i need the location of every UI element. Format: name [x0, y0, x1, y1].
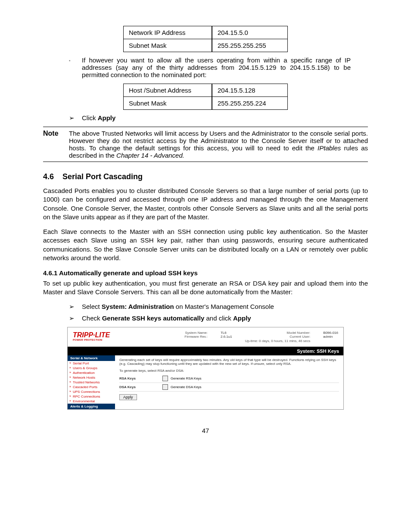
sidebar-item-authentication[interactable]: Authentication	[68, 370, 115, 375]
system-stats: System Name: Firmware Rev.: TL6 2.6.1u1 …	[184, 331, 338, 343]
subsection-heading: 4.6.1 Automatically generate and upload …	[43, 269, 368, 277]
sidebar: Serial & Network Serial Port Users & Gro…	[68, 355, 115, 409]
network-ip-table: Network IP Address 204.15.5.0 Subnet Mas…	[123, 26, 288, 52]
click-apply-step: Click Apply	[69, 114, 368, 121]
bullet-range-paragraph: If however you want to allow all the use…	[69, 56, 351, 78]
dsa-checkbox[interactable]	[162, 384, 168, 390]
sidebar-item-environmental[interactable]: Environmental	[68, 399, 115, 404]
section-bar: System: SSH Keys	[68, 347, 343, 355]
cell: 255.255.255.255	[212, 39, 288, 52]
host-subnet-table: Host /Subnet Address 204.15.5.128 Subnet…	[123, 84, 288, 110]
section-title: Serial Port Cascading	[62, 172, 143, 181]
sidebar-item-users-groups[interactable]: Users & Groups	[68, 366, 115, 370]
rsa-label: RSA Keys	[119, 376, 162, 380]
section-heading: 4.6Serial Port Cascading	[43, 172, 368, 181]
subtext: To generate keys, select RSA and/or DSA:	[119, 369, 339, 373]
cell: 255.255.255.224	[212, 97, 288, 110]
sidebar-item-cascaded-ports[interactable]: Cascaded Ports	[68, 385, 115, 389]
cell: 204.15.5.0	[212, 26, 288, 39]
section-number: 4.6	[43, 172, 54, 181]
cell: Network IP Address	[124, 26, 212, 39]
sidebar-group-serial-network: Serial & Network	[68, 355, 115, 361]
cell: Host /Subnet Address	[124, 84, 212, 97]
dsa-hint: Generate DSA Keys	[171, 385, 202, 389]
page-number: 47	[43, 427, 368, 434]
ui-header: TRIPP·LITE POWER PROTECTION System Name:…	[68, 327, 343, 347]
rsa-hint: Generate RSA Keys	[171, 376, 202, 380]
sidebar-item-network-hosts[interactable]: Network Hosts	[68, 375, 115, 380]
ssh-keys-screenshot: TRIPP·LITE POWER PROTECTION System Name:…	[67, 327, 344, 410]
dsa-label: DSA Keys	[119, 385, 162, 389]
paragraph: Cascaded Ports enables you to cluster di…	[43, 187, 368, 221]
text: Click	[82, 114, 98, 121]
cell: Subnet Mask	[124, 39, 212, 52]
tripplite-logo: TRIPP·LITE POWER PROTECTION	[73, 332, 110, 341]
rsa-checkbox[interactable]	[162, 376, 168, 381]
step-check-generate-ssh: Check Generate SSH keys automatically an…	[69, 314, 368, 322]
apply-button[interactable]: Apply	[119, 394, 137, 400]
apply-word: Apply	[98, 114, 116, 121]
instruction-text: Generating each set of keys will require…	[119, 358, 339, 366]
sidebar-item-trusted-networks[interactable]: Trusted Networks	[68, 380, 115, 385]
dsa-keys-row: DSA Keys Generate DSA Keys	[119, 383, 339, 392]
sidebar-item-rpc-connections[interactable]: RPC Connections	[68, 394, 115, 399]
sidebar-item-serial-port[interactable]: Serial Port	[68, 361, 115, 366]
paragraph: To set up public key authentication, you…	[43, 279, 368, 297]
note-label: Note	[43, 130, 69, 159]
note-box: Note The above Trusted Networks will lim…	[43, 127, 368, 162]
cell: Subnet Mask	[124, 97, 212, 110]
sidebar-group-alerts-logging: Alerts & Logging	[68, 404, 115, 409]
paragraph: Each Slave connects to the Master with a…	[43, 227, 368, 262]
step-select-system-admin: Select System: Administration on Master'…	[69, 303, 368, 310]
note-text: The above Trusted Networks will limit ac…	[69, 130, 368, 159]
cell: 204.15.5.128	[212, 84, 288, 97]
sidebar-item-ups-connections[interactable]: UPS Connections	[68, 389, 115, 394]
rsa-keys-row: RSA Keys Generate RSA Keys	[119, 374, 339, 383]
main-panel: Generating each set of keys will require…	[115, 355, 343, 409]
